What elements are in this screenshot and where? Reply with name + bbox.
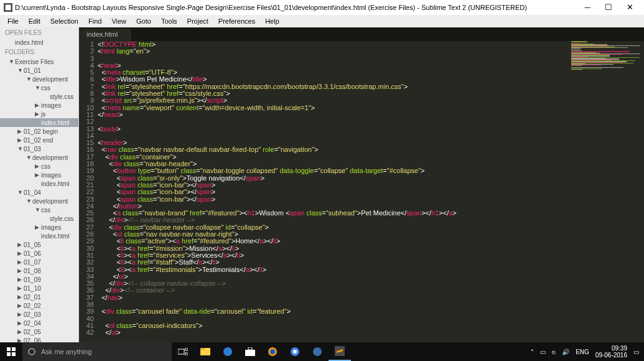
tray-time: 09:39 [595, 345, 627, 352]
svg-point-18 [293, 350, 297, 354]
editor-area[interactable]: index.html 12345678910111213141516171819… [79, 27, 644, 342]
tray-date: 09-06-2016 [595, 352, 627, 359]
tree-item[interactable]: ▶js [0, 110, 78, 118]
svg-rect-3 [12, 347, 16, 351]
tree-item[interactable]: index.html [0, 118, 78, 127]
tabbar: index.html [79, 27, 644, 41]
gutter: 1234567891011121314151617181920212223242… [79, 27, 98, 342]
menu-tools[interactable]: Tools [156, 16, 182, 26]
tree-item[interactable]: ▶images [0, 101, 78, 110]
tray-wifi-icon[interactable]: ⎋ [552, 349, 556, 355]
sublime-text-icon[interactable] [329, 342, 351, 361]
tree-item[interactable]: style.css [0, 214, 78, 223]
edge-icon[interactable] [217, 342, 239, 361]
tab-label: index.html [86, 30, 118, 38]
menu-find[interactable]: Find [83, 16, 106, 26]
svg-rect-8 [185, 348, 188, 350]
tree-item[interactable]: ▶01_05 [0, 240, 78, 249]
tree-item[interactable]: ▼01_01 [0, 66, 78, 75]
menu-goto[interactable]: Goto [131, 16, 156, 26]
tree-item[interactable]: ▶02_02 [0, 301, 78, 310]
close-button[interactable]: ✕ [619, 1, 640, 14]
open-file-item[interactable]: index.html [0, 38, 78, 47]
tree-item[interactable]: ▶css [0, 162, 78, 171]
chrome-icon[interactable] [284, 342, 306, 361]
tray-volume-icon[interactable]: 🔊 [562, 349, 569, 355]
tree-item[interactable]: ▶01_09 [0, 275, 78, 284]
tree-item[interactable]: ▼development [0, 153, 78, 162]
svg-rect-11 [200, 348, 205, 350]
svg-point-12 [223, 347, 232, 356]
tree-item[interactable]: ▶02_04 [0, 319, 78, 327]
tree-item[interactable]: ▶02_01 [0, 293, 78, 301]
search-placeholder: Ask me anything [41, 348, 91, 355]
folders-header: FOLDERS [0, 47, 78, 57]
svg-rect-1 [6, 5, 11, 11]
svg-rect-13 [245, 350, 255, 356]
tree-item[interactable]: ▼css [0, 205, 78, 214]
tree-item[interactable]: ▶02_06 [0, 336, 78, 342]
tree-item[interactable]: index.html [0, 232, 78, 240]
tree-item[interactable]: ▶images [0, 223, 78, 232]
menu-view[interactable]: View [106, 16, 131, 26]
tree-item[interactable]: index.html [0, 179, 78, 188]
tree-item[interactable]: ▶02_05 [0, 327, 78, 336]
app-icon [4, 3, 12, 12]
tree-item[interactable]: ▼development [0, 75, 78, 83]
tree-item[interactable]: ▼Exercise Files [0, 57, 78, 66]
titlebar: D:\current\Lynda - Bootstrap Layouts Res… [0, 0, 644, 15]
menu-selection[interactable]: Selection [45, 16, 83, 26]
svg-rect-9 [185, 353, 188, 355]
code-content[interactable]: <!DOCTYPE html><html lang="en"><head> <m… [98, 27, 569, 342]
file-explorer-icon[interactable] [194, 342, 217, 361]
tree-item[interactable]: ▼css [0, 83, 78, 92]
tray-language[interactable]: ENG [576, 349, 589, 355]
tree-item[interactable]: style.css [0, 92, 78, 101]
store-icon[interactable] [239, 342, 261, 361]
cortana-search[interactable]: Ask me anything [22, 342, 172, 361]
svg-rect-7 [178, 349, 184, 354]
menubar: FileEditSelectionFindViewGotoToolsProjec… [0, 15, 644, 27]
bittorrent-icon[interactable] [306, 342, 329, 361]
tree-item[interactable]: ▶01_08 [0, 266, 78, 275]
tree-item[interactable]: ▶01_06 [0, 249, 78, 258]
tab-index-html[interactable]: index.html [79, 29, 131, 41]
tree-item[interactable]: ▶01_07 [0, 258, 78, 266]
cortana-icon [27, 347, 36, 356]
svg-point-6 [29, 349, 35, 355]
tree-item[interactable]: ▶01_02 end [0, 136, 78, 144]
sidebar: OPEN FILES index.html FOLDERS ▼Exercise … [0, 27, 79, 342]
windows-icon [7, 347, 16, 356]
tray-notifications-icon[interactable]: ▭ [633, 349, 639, 355]
menu-preferences[interactable]: Preferences [213, 16, 260, 26]
minimap[interactable] [569, 27, 644, 342]
firefox-icon[interactable] [261, 342, 284, 361]
tree-item[interactable]: ▼01_03 [0, 144, 78, 153]
menu-file[interactable]: File [2, 16, 24, 26]
svg-point-16 [270, 349, 275, 354]
start-button[interactable] [0, 342, 22, 361]
svg-point-19 [313, 347, 322, 356]
tree-item[interactable]: ▼01_04 [0, 188, 78, 197]
tray-clock[interactable]: 09:39 09-06-2016 [595, 345, 627, 359]
tree-item[interactable]: ▶images [0, 171, 78, 179]
maximize-button[interactable]: ☐ [598, 1, 619, 14]
menu-edit[interactable]: Edit [24, 16, 45, 26]
tree-item[interactable]: ▶01_02 begin [0, 127, 78, 136]
taskbar: Ask me anything ˄ ▭ ⎋ 🔊 ENG 09:39 09-06-… [0, 342, 644, 361]
tray-chevron-icon[interactable]: ˄ [531, 349, 534, 355]
svg-rect-14 [248, 347, 252, 350]
svg-rect-2 [7, 347, 11, 351]
open-files-header: OPEN FILES [0, 27, 78, 38]
svg-rect-5 [12, 352, 16, 356]
tree-item[interactable]: ▶01_10 [0, 284, 78, 293]
tray-battery-icon[interactable]: ▭ [540, 349, 546, 355]
minimize-button[interactable]: ─ [577, 1, 598, 14]
tree-item[interactable]: ▼development [0, 197, 78, 205]
menu-help[interactable]: Help [260, 16, 284, 26]
window-title: D:\current\Lynda - Bootstrap Layouts Res… [15, 4, 577, 11]
svg-rect-4 [7, 352, 11, 356]
menu-project[interactable]: Project [182, 16, 213, 26]
task-view-icon[interactable] [172, 342, 194, 361]
tree-item[interactable]: ▶02_03 [0, 310, 78, 319]
